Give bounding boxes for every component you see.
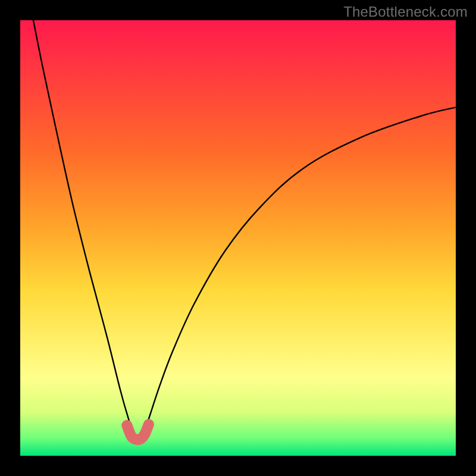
watermark-text: TheBottleneck.com bbox=[343, 4, 468, 20]
curve-layer bbox=[20, 20, 456, 456]
plot-area bbox=[20, 20, 456, 456]
chart-frame: TheBottleneck.com bbox=[0, 0, 476, 476]
bottleneck-curve bbox=[33, 20, 456, 439]
highlight-segment bbox=[127, 424, 149, 440]
